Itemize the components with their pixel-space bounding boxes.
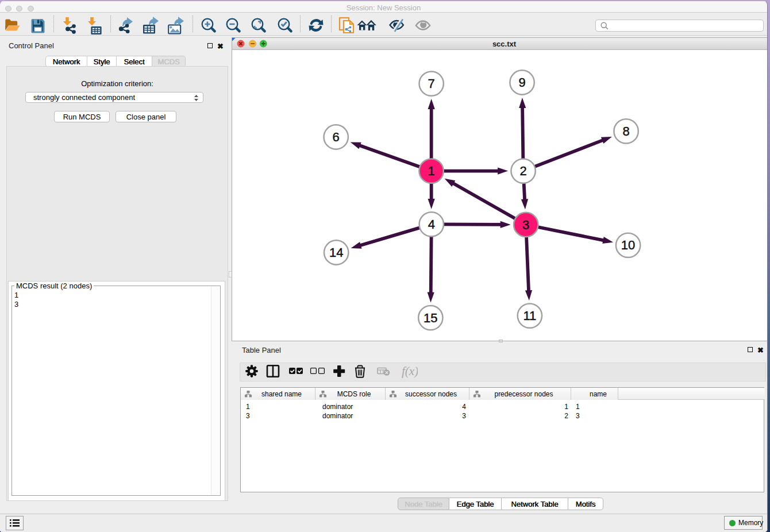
svg-text:1: 1 <box>428 164 434 178</box>
svg-text:4: 4 <box>428 217 435 232</box>
svg-text:f(x): f(x) <box>402 364 418 378</box>
svg-text:10: 10 <box>621 238 635 252</box>
svg-text:6: 6 <box>333 130 340 144</box>
svg-text:3: 3 <box>522 218 529 232</box>
svg-text:7: 7 <box>428 76 435 91</box>
svg-text:14: 14 <box>329 245 343 260</box>
svg-text:15: 15 <box>424 311 437 325</box>
svg-text:9: 9 <box>518 75 525 90</box>
svg-text:11: 11 <box>523 309 536 323</box>
svg-text:8: 8 <box>622 124 629 138</box>
svg-text:2: 2 <box>519 164 526 178</box>
